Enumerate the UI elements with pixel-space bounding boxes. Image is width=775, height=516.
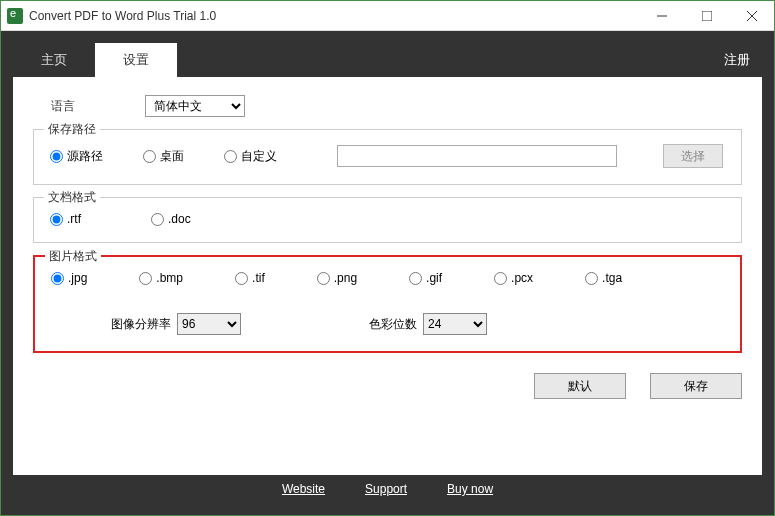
imgformat-jpg-label: .jpg [68,271,87,285]
docformat-doc-label: .doc [168,212,191,226]
resolution-group: 图像分辨率 96 [111,313,241,335]
main-area: 主页 设置 注册 语言 简体中文 保存路径 源路径 [1,31,774,515]
savepath-custom-field[interactable] [337,145,617,167]
imgformat-tga-radio[interactable]: .tga [585,271,622,285]
tab-home[interactable]: 主页 [13,43,95,77]
bitdepth-select[interactable]: 24 [423,313,487,335]
close-icon [747,11,757,21]
imgformat-bmp-radio[interactable]: .bmp [139,271,183,285]
language-label: 语言 [51,98,75,115]
titlebar: Convert PDF to Word Plus Trial 1.0 [1,1,774,31]
app-icon [7,8,23,24]
footer: Website Support Buy now [13,475,762,503]
resolution-select[interactable]: 96 [177,313,241,335]
imgformat-jpg-radio[interactable]: .jpg [51,271,87,285]
tab-strip: 主页 设置 [13,43,177,77]
savepath-options: 源路径 桌面 自定义 选择 [50,144,725,168]
docformat-rtf-radio[interactable]: .rtf [50,212,81,226]
bitdepth-group: 色彩位数 24 [369,313,487,335]
savepath-source-radio[interactable]: 源路径 [50,148,103,165]
imgformat-tif-input[interactable] [235,272,248,285]
app-window: Convert PDF to Word Plus Trial 1.0 主页 设置… [0,0,775,516]
imgformat-png-label: .png [334,271,357,285]
docformat-fieldset: 文档格式 .rtf .doc [33,197,742,243]
imgformat-bmp-label: .bmp [156,271,183,285]
savepath-desktop-input[interactable] [143,150,156,163]
imgformat-gif-radio[interactable]: .gif [409,271,442,285]
docformat-options: .rtf .doc [50,212,725,226]
imgformat-fieldset: 图片格式 .jpg .bmp .tif .png .gif .pcx .tga … [33,255,742,353]
imgformat-png-radio[interactable]: .png [317,271,357,285]
savepath-source-label: 源路径 [67,148,103,165]
docformat-rtf-label: .rtf [67,212,81,226]
action-buttons: 默认 保存 [33,373,742,399]
imgformat-tga-label: .tga [602,271,622,285]
tab-settings[interactable]: 设置 [95,43,177,77]
savepath-custom-input[interactable] [224,150,237,163]
maximize-button[interactable] [684,1,729,31]
window-controls [639,1,774,31]
savepath-desktop-radio[interactable]: 桌面 [143,148,184,165]
imgformat-gif-input[interactable] [409,272,422,285]
imgformat-gif-label: .gif [426,271,442,285]
savepath-desktop-label: 桌面 [160,148,184,165]
footer-support-link[interactable]: Support [365,482,407,496]
imgformat-tif-label: .tif [252,271,265,285]
svg-rect-1 [702,11,712,21]
footer-buynow-link[interactable]: Buy now [447,482,493,496]
bitdepth-label: 色彩位数 [369,316,417,333]
savepath-custom-label: 自定义 [241,148,277,165]
maximize-icon [702,11,712,21]
docformat-doc-radio[interactable]: .doc [151,212,191,226]
savepath-custom-radio[interactable]: 自定义 [224,148,277,165]
savepath-legend: 保存路径 [44,121,100,138]
browse-button[interactable]: 选择 [663,144,723,168]
settings-panel: 语言 简体中文 保存路径 源路径 桌面 [13,77,762,475]
language-select[interactable]: 简体中文 [145,95,245,117]
docformat-doc-input[interactable] [151,213,164,226]
imgformat-jpg-input[interactable] [51,272,64,285]
language-row: 语言 简体中文 [51,95,742,117]
topbar: 主页 设置 注册 [13,43,762,77]
imgformat-legend: 图片格式 [45,248,101,265]
savepath-source-input[interactable] [50,150,63,163]
imgformat-settings: 图像分辨率 96 色彩位数 24 [111,313,724,335]
register-link[interactable]: 注册 [712,43,762,77]
imgformat-pcx-label: .pcx [511,271,533,285]
resolution-label: 图像分辨率 [111,316,171,333]
imgformat-png-input[interactable] [317,272,330,285]
minimize-button[interactable] [639,1,684,31]
docformat-legend: 文档格式 [44,189,100,206]
imgformat-bmp-input[interactable] [139,272,152,285]
imgformat-options: .jpg .bmp .tif .png .gif .pcx .tga [51,271,724,285]
default-button[interactable]: 默认 [534,373,626,399]
imgformat-tga-input[interactable] [585,272,598,285]
docformat-rtf-input[interactable] [50,213,63,226]
minimize-icon [657,11,667,21]
savepath-fieldset: 保存路径 源路径 桌面 自定义 选择 [33,129,742,185]
save-button[interactable]: 保存 [650,373,742,399]
close-button[interactable] [729,1,774,31]
imgformat-tif-radio[interactable]: .tif [235,271,265,285]
imgformat-pcx-radio[interactable]: .pcx [494,271,533,285]
footer-website-link[interactable]: Website [282,482,325,496]
imgformat-pcx-input[interactable] [494,272,507,285]
window-title: Convert PDF to Word Plus Trial 1.0 [29,9,639,23]
